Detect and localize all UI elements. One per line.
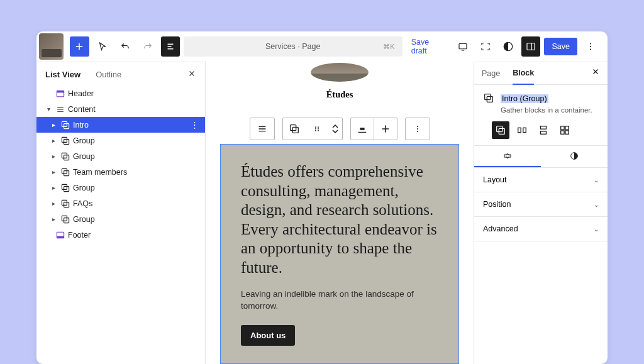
view-styles-button[interactable] [499, 36, 518, 57]
svg-rect-44 [561, 126, 564, 130]
block-toolbar [250, 118, 430, 140]
tools-cursor-button[interactable] [93, 36, 112, 57]
close-icon[interactable] [187, 69, 196, 80]
tree-item-header[interactable]: Header [36, 85, 205, 101]
intro-group-block[interactable]: Études offers comprehensive consulting, … [220, 144, 459, 364]
svg-rect-39 [499, 128, 504, 134]
svg-point-31 [318, 130, 319, 131]
svg-rect-16 [62, 184, 67, 189]
svg-point-4 [590, 46, 591, 47]
group-variation-picker [474, 121, 608, 145]
tree-item[interactable]: ▸ FAQs [36, 196, 205, 211]
parent-selector-button[interactable] [250, 118, 275, 140]
footer-block-icon [54, 230, 67, 240]
block-options-button[interactable] [405, 118, 430, 140]
svg-rect-20 [62, 216, 67, 221]
site-logo-image[interactable] [311, 63, 369, 82]
settings-tab[interactable] [474, 146, 541, 167]
advanced-panel-toggle[interactable]: Advanced⌄ [474, 217, 608, 241]
document-title: Services · Page [265, 42, 321, 51]
sidebar-item-intro[interactable]: ▸ Intro ⋮ [36, 117, 205, 133]
svg-rect-18 [62, 200, 67, 205]
block-switcher-button[interactable] [283, 118, 306, 140]
svg-rect-45 [565, 126, 569, 130]
about-us-button[interactable]: About us [241, 325, 295, 346]
group-block-icon [483, 92, 494, 114]
mover-buttons[interactable] [328, 118, 342, 140]
tree-item-content[interactable]: ▾ Content [36, 101, 205, 117]
svg-point-3 [590, 43, 591, 44]
settings-sidebar-toggle[interactable] [521, 36, 540, 57]
drag-handle[interactable] [306, 118, 328, 140]
variation-grid-button[interactable] [556, 121, 574, 139]
site-thumbnail[interactable] [39, 33, 64, 60]
save-draft-link[interactable]: Save draft [411, 38, 445, 55]
tree-item-footer[interactable]: Footer [36, 227, 205, 243]
site-title[interactable]: Études [326, 89, 353, 100]
block-card-description: Gather blocks in a container. [501, 106, 592, 114]
svg-point-29 [318, 128, 319, 130]
svg-rect-14 [62, 168, 67, 174]
svg-point-26 [314, 127, 316, 128]
svg-rect-17 [64, 186, 69, 191]
content-block-icon [54, 104, 67, 114]
close-icon[interactable] [591, 67, 600, 79]
undo-button[interactable] [116, 36, 135, 57]
editor-canvas[interactable]: Études [205, 62, 474, 364]
styles-tab[interactable] [541, 146, 608, 167]
tree-item[interactable]: ▸ Group [36, 211, 205, 227]
svg-rect-37 [487, 96, 492, 102]
intro-heading[interactable]: Études offers comprehensive consulting, … [241, 162, 438, 277]
svg-point-33 [416, 126, 418, 127]
block-tree: Header ▾ Content ▸ Intro ⋮ ▸ Group [36, 85, 205, 243]
svg-point-34 [416, 128, 418, 130]
align-button[interactable] [351, 118, 374, 140]
svg-point-5 [590, 48, 591, 50]
svg-rect-25 [292, 128, 298, 133]
block-inserter-button[interactable] [70, 36, 89, 57]
svg-rect-7 [57, 91, 64, 92]
tree-item[interactable]: ▸ Group [36, 180, 205, 196]
view-fullscreen-button[interactable] [476, 36, 495, 57]
document-title-bar[interactable]: Services · Page ⌘K [184, 36, 402, 57]
svg-point-28 [314, 128, 316, 130]
tree-item[interactable]: ▸ Team members [36, 164, 205, 180]
chevron-down-icon[interactable]: ▾ [43, 106, 54, 113]
variation-row-button[interactable] [513, 121, 531, 139]
group-block-icon [59, 136, 72, 146]
svg-rect-47 [565, 131, 569, 134]
variation-stack-button[interactable] [535, 121, 552, 139]
svg-point-35 [416, 131, 418, 132]
layout-panel-toggle[interactable]: Layout⌄ [474, 168, 608, 192]
svg-rect-19 [64, 202, 69, 207]
tree-item[interactable]: ▸ Group [36, 148, 205, 164]
document-overview-panel: List View Outline Header ▾ Content [36, 62, 205, 364]
svg-rect-36 [485, 94, 491, 100]
svg-rect-8 [62, 121, 67, 126]
tree-item[interactable]: ▸ Group [36, 133, 205, 148]
variation-group-button[interactable] [492, 121, 509, 139]
document-overview-button[interactable] [161, 36, 180, 57]
tab-outline[interactable]: Outline [96, 70, 121, 79]
top-toolbar: Services · Page ⌘K Save draft Save [36, 31, 608, 62]
intro-subtext[interactable]: Leaving an indelible mark on the landsca… [241, 289, 438, 312]
tab-list-view[interactable]: List View [45, 70, 80, 79]
position-panel-toggle[interactable]: Position⌄ [474, 192, 608, 217]
tab-block[interactable]: Block [513, 69, 534, 85]
view-desktop-button[interactable] [453, 36, 472, 57]
justify-button[interactable] [374, 118, 397, 140]
group-block-icon [59, 120, 72, 130]
kebab-icon[interactable]: ⋮ [191, 120, 199, 130]
options-menu-button[interactable] [581, 36, 600, 57]
chevron-right-icon[interactable]: ▸ [48, 121, 59, 128]
tab-page[interactable]: Page [482, 69, 500, 84]
redo-button[interactable] [138, 36, 157, 57]
settings-sidebar: Page Block Intro (Group) Gather blocks i… [474, 62, 608, 364]
svg-rect-2 [527, 43, 535, 50]
publish-button[interactable]: Save [544, 38, 577, 55]
svg-rect-40 [518, 128, 521, 132]
svg-rect-24 [290, 125, 296, 131]
svg-rect-9 [64, 123, 69, 128]
svg-rect-21 [64, 218, 69, 223]
chevron-right-icon[interactable]: ▸ [48, 137, 59, 144]
